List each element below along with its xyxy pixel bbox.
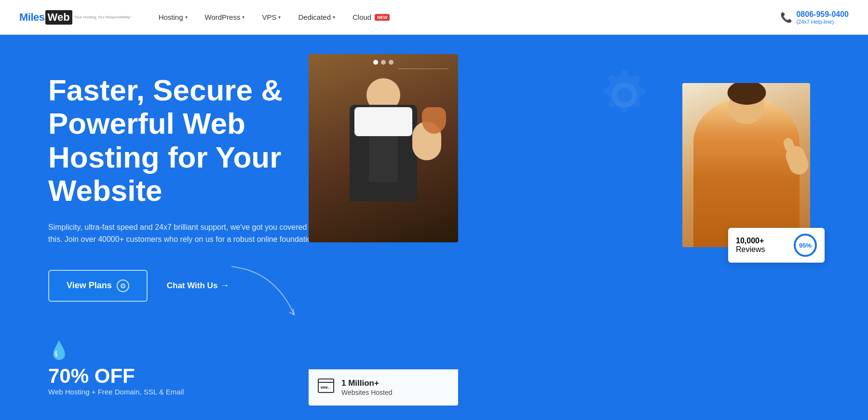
phone-helpline: (24x7 Help-line) [796, 19, 849, 25]
hosted-label: Websites Hosted [341, 389, 393, 396]
nav-item-hosting[interactable]: Hosting ▾ [150, 0, 196, 35]
nav-items: Hosting ▾ WordPress ▾ VPS ▾ Dedicated ▾ … [150, 0, 781, 35]
logo-web: Web [45, 10, 72, 25]
person-shape [335, 78, 432, 242]
view-plans-label: View Plans [67, 280, 112, 291]
gear-icon [593, 64, 656, 126]
woman-head [728, 88, 764, 124]
navbar: MilesWeb Your Hosting, Our Responsibilit… [0, 0, 868, 35]
reviews-pct: 95% [799, 242, 812, 249]
discount-subtitle: Web Hosting + Free Domain, SSL & Email [48, 388, 184, 396]
website-icon: www. [317, 377, 335, 398]
curved-arrow-decoration [227, 262, 304, 320]
hosted-badge: www. 1 Million+ Websites Hosted [309, 369, 458, 406]
reviews-count: 10,000+ [736, 237, 764, 245]
shirt-shape [354, 107, 412, 136]
www-icon: www. [317, 377, 335, 394]
potter-image [309, 54, 458, 242]
chevron-down-icon: ▾ [333, 14, 335, 20]
hosted-count: 1 Million+ [341, 378, 393, 388]
dot-3[interactable] [389, 60, 393, 65]
arrow-circle-icon: ⊙ [117, 280, 129, 292]
dot-1[interactable] [373, 60, 378, 65]
thumb-arm [783, 143, 810, 177]
reviews-percentage-circle: 95% [794, 234, 817, 257]
view-plans-button[interactable]: View Plans ⊙ [48, 270, 148, 302]
phone-number[interactable]: 0806-959-0400 [796, 10, 849, 18]
woman-shape [693, 98, 800, 247]
chat-with-us-button[interactable]: Chat With Us → [167, 280, 230, 291]
thumb-shape [782, 137, 796, 154]
reviews-badge: 10,000+ Reviews 95% [728, 228, 825, 263]
hero-section: Faster, Secure & Powerful Web Hosting fo… [0, 35, 868, 420]
chevron-down-icon: ▾ [278, 14, 281, 20]
slider-dots [373, 60, 393, 65]
logo-miles: Miles [19, 11, 45, 24]
phone-section: 📞 0806-959-0400 (24x7 Help-line) [780, 10, 849, 25]
chevron-down-icon: ▾ [185, 14, 188, 20]
new-badge: New [375, 14, 390, 21]
nav-item-dedicated[interactable]: Dedicated ▾ [289, 0, 344, 35]
potter-figure [309, 69, 458, 242]
svg-text:www.: www. [321, 385, 330, 390]
logo[interactable]: MilesWeb Your Hosting, Our Responsibilit… [19, 10, 131, 25]
woman-image [682, 83, 810, 247]
reviews-label: Reviews [736, 245, 765, 253]
logo-tagline: Your Hosting, Our Responsibility! [74, 15, 131, 19]
hosted-text: 1 Million+ Websites Hosted [341, 378, 393, 397]
reviews-text: 10,000+ Reviews [736, 237, 788, 254]
phone-icon: 📞 [780, 12, 792, 23]
nav-item-cloud[interactable]: Cloud New [344, 0, 398, 35]
nav-item-wordpress[interactable]: WordPress ▾ [196, 0, 254, 35]
chat-label: Chat With Us [167, 281, 218, 291]
pot-shape [422, 107, 446, 134]
nav-item-vps[interactable]: VPS ▾ [253, 0, 289, 35]
hero-subtitle: Simplicity, ultra-fast speed and 24x7 br… [48, 221, 328, 246]
woman-figure [682, 83, 810, 247]
dot-2[interactable] [381, 60, 386, 65]
discount-icon: 💧 [48, 340, 362, 361]
hair-shape [727, 83, 766, 105]
chevron-down-icon: ▾ [242, 14, 244, 20]
hero-actions: View Plans ⊙ Chat With Us → [48, 270, 362, 302]
